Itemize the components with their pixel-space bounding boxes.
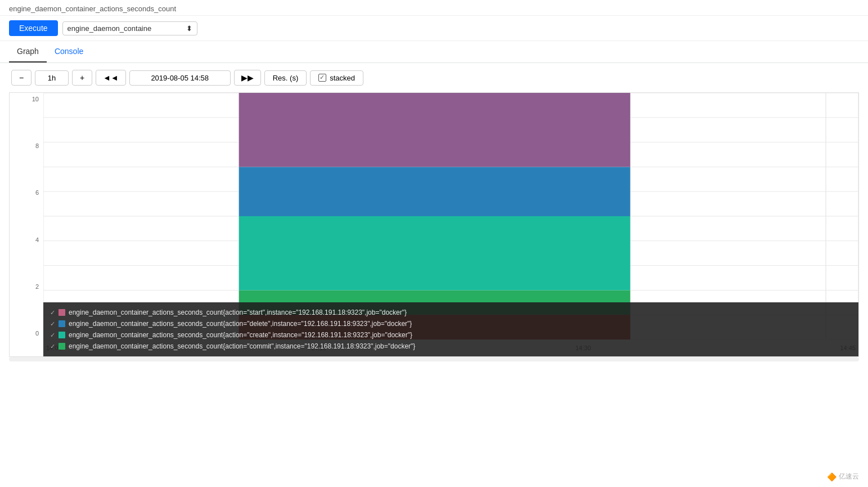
zoom-out-button[interactable]: − [11, 70, 32, 86]
controls-bar: − + ◄◄ ▶▶ Res. (s) stacked [0, 63, 868, 92]
legend-check-1: ✓ [50, 320, 55, 328]
execute-button[interactable]: Execute [9, 20, 58, 36]
tab-console[interactable]: Console [47, 41, 91, 62]
stacked-checkbox-icon [318, 74, 326, 82]
dropdown-arrow-icon: ⬍ [186, 24, 192, 33]
legend-text-0: engine_daemon_container_actions_seconds_… [69, 309, 407, 316]
legend-text-2: engine_daemon_container_actions_seconds_… [69, 331, 412, 339]
legend-swatch-3 [59, 343, 65, 350]
legend-box: ✓ engine_daemon_container_actions_second… [43, 302, 858, 356]
legend-item-3: ✓ engine_daemon_container_actions_second… [50, 341, 852, 352]
y-label-10: 10 [12, 96, 39, 102]
bar-segment-teal [239, 216, 631, 290]
metric-title: engine_daemon_container_actions_seconds_… [9, 5, 176, 13]
legend-check-2: ✓ [50, 332, 55, 339]
legend-swatch-2 [59, 332, 65, 338]
metric-select-value: engine_daemon_containe [68, 24, 183, 33]
metric-name-bar: engine_daemon_container_actions_seconds_… [0, 0, 868, 16]
metric-select-wrapper[interactable]: engine_daemon_containe ⬍ [62, 21, 197, 35]
back-button[interactable]: ◄◄ [96, 70, 126, 86]
bar-segment-purple [239, 93, 631, 167]
datetime-input[interactable] [129, 70, 231, 86]
legend-text-1: engine_daemon_container_actions_seconds_… [69, 320, 412, 328]
legend-item-0: ✓ engine_daemon_container_actions_second… [50, 307, 852, 318]
y-label-2: 2 [12, 283, 39, 290]
horizontal-scrollbar[interactable] [9, 357, 859, 361]
duration-input[interactable] [35, 70, 69, 86]
y-label-6: 6 [12, 189, 39, 196]
y-label-8: 8 [12, 142, 39, 149]
legend-item-2: ✓ engine_daemon_container_actions_second… [50, 329, 852, 341]
tab-graph[interactable]: Graph [9, 41, 47, 62]
tabs-bar: Graph Console [0, 41, 868, 63]
legend-item-1: ✓ engine_daemon_container_actions_second… [50, 318, 852, 329]
zoom-in-button[interactable]: + [72, 70, 92, 86]
legend-check-3: ✓ [50, 343, 55, 350]
forward-button[interactable]: ▶▶ [234, 70, 261, 86]
chart-container: 0 2 4 6 8 10 [9, 92, 859, 357]
legend-check-0: ✓ [50, 309, 55, 316]
resolution-button[interactable]: Res. (s) [264, 70, 307, 86]
y-axis: 0 2 4 6 8 10 [10, 93, 43, 339]
bar-segment-blue [239, 167, 631, 216]
legend-swatch-0 [59, 309, 65, 316]
toolbar: Execute engine_daemon_containe ⬍ [0, 16, 868, 41]
y-label-4: 4 [12, 236, 39, 243]
stacked-label: stacked [330, 74, 355, 82]
legend-swatch-1 [59, 320, 65, 327]
legend-text-3: engine_daemon_container_actions_seconds_… [69, 342, 415, 350]
y-label-0: 0 [12, 330, 39, 337]
stacked-button[interactable]: stacked [310, 70, 363, 86]
